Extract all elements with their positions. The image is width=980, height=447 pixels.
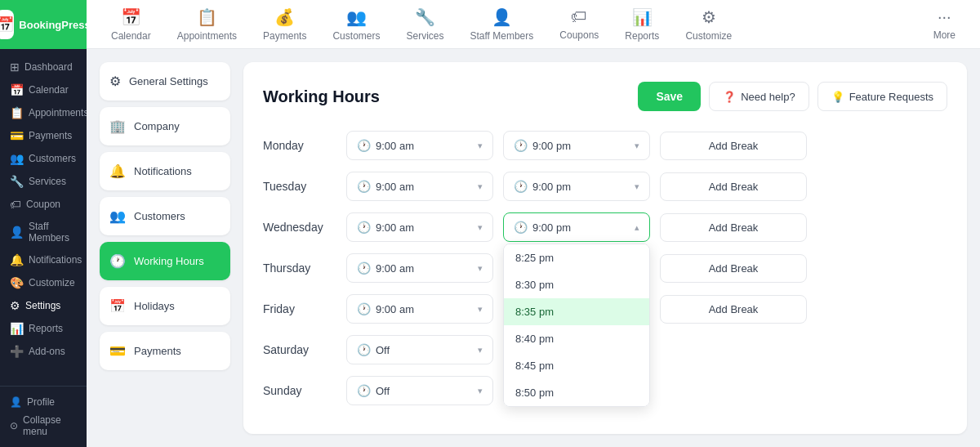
sidebar-collapse-item[interactable]: ⊙ Collapse menu: [10, 411, 77, 440]
start-time-tuesday[interactable]: 🕐9:00 am▾: [346, 172, 493, 201]
sidebar-item-staff-members[interactable]: 👤Staff Members: [0, 216, 87, 248]
dropdown-item-8:25pm[interactable]: 8:25 pm: [504, 244, 649, 271]
need-help-button[interactable]: ❓ Need help?: [709, 82, 809, 111]
settings-panel-item-notifications[interactable]: 🔔Notifications: [100, 152, 230, 190]
start-time-saturday[interactable]: 🕐Off▾: [346, 335, 493, 364]
payments-topnav-icon: 💰: [274, 7, 295, 27]
topnav-item-label: Calendar: [111, 30, 151, 42]
clock-icon: 🕐: [357, 139, 371, 152]
sidebar-item-add-ons[interactable]: ➕Add-ons: [0, 340, 87, 363]
topnav-item-coupons[interactable]: 🏷Coupons: [548, 1, 610, 47]
topnav-item-label: Appointments: [177, 30, 237, 42]
settings-panel-item-customers[interactable]: 👥Customers: [100, 197, 230, 235]
settings-panel: ⚙General Settings🏢Company🔔Notifications👥…: [100, 62, 230, 434]
settings-panel-item-general-settings[interactable]: ⚙General Settings: [100, 62, 230, 101]
topnav-item-appointments[interactable]: 📋Appointments: [166, 1, 248, 48]
dropdown-item-8:30pm[interactable]: 8:30 pm: [504, 271, 649, 298]
feature-requests-button[interactable]: 💡 Feature Requests: [817, 82, 947, 111]
add-break-friday[interactable]: Add Break: [660, 295, 807, 324]
day-label-tuesday: Tuesday: [263, 180, 336, 193]
add-break-wednesday[interactable]: Add Break: [660, 213, 807, 242]
dropdown-item-8:55pm[interactable]: 8:55 pm: [504, 406, 649, 407]
profile-label: Profile: [27, 396, 55, 408]
company-panel-icon: 🏢: [109, 118, 126, 134]
topnav-item-more[interactable]: ···More: [922, 1, 967, 47]
clock-icon: 🕐: [357, 384, 371, 397]
customers-icon: 👥: [10, 152, 24, 165]
working-hours-content: Working Hours Save ❓ Need help? 💡 Featur…: [243, 62, 967, 434]
sidebar-item-label: Calendar: [29, 84, 69, 96]
settings-panel-item-company[interactable]: 🏢Company: [100, 107, 230, 145]
add-break-tuesday[interactable]: Add Break: [660, 172, 807, 201]
feature-label: Feature Requests: [849, 91, 933, 103]
working-hours-panel-icon: 🕐: [109, 253, 126, 269]
settings-panel-label: General Settings: [129, 75, 208, 87]
sidebar-item-dashboard[interactable]: ⊞Dashboard: [0, 56, 87, 78]
end-time-value: 9:00 pm: [532, 221, 571, 234]
sidebar-item-coupon[interactable]: 🏷Coupon: [0, 193, 87, 216]
clock-icon: 🕐: [357, 343, 371, 356]
day-label-saturday: Saturday: [263, 343, 336, 356]
sidebar-item-calendar[interactable]: 📅Calendar: [0, 78, 87, 101]
settings-panel-label: Notifications: [134, 165, 192, 177]
start-time-wednesday[interactable]: 🕐9:00 am▾: [346, 212, 493, 242]
topnav-item-customers[interactable]: 👥Customers: [321, 1, 391, 48]
end-time-wrapper-tuesday: 🕐9:00 pm▾: [503, 172, 650, 201]
topnav-item-services[interactable]: 🔧Services: [394, 1, 455, 48]
settings-panel-label: Working Hours: [134, 255, 204, 267]
settings-panel-item-payments[interactable]: 💳Payments: [100, 332, 230, 370]
clock-icon: 🕐: [357, 221, 371, 234]
sidebar-item-reports[interactable]: 📊Reports: [0, 317, 87, 340]
calendar-topnav-icon: 📅: [121, 7, 141, 27]
start-time-value: 9:00 am: [376, 181, 414, 193]
sidebar-item-payments[interactable]: 💳Payments: [0, 124, 87, 147]
coupons-topnav-icon: 🏷: [571, 7, 587, 26]
sidebar-logo[interactable]: 📅 BookingPress: [0, 0, 87, 49]
topnav-item-reports[interactable]: 📊Reports: [613, 1, 670, 48]
sidebar-item-label: Reports: [29, 323, 63, 334]
sidebar-item-label: Settings: [25, 300, 60, 311]
settings-panel-item-holidays[interactable]: 📅Holidays: [100, 287, 230, 325]
days-container: Monday🕐9:00 am▾🕐9:00 pm▾Add BreakTuesday…: [263, 131, 947, 405]
settings-panel-label: Payments: [134, 345, 181, 357]
start-time-friday[interactable]: 🕐9:00 am▾: [346, 294, 493, 324]
dropdown-item-8:45pm[interactable]: 8:45 pm: [504, 352, 649, 379]
settings-panel-item-working-hours[interactable]: 🕐Working Hours: [100, 242, 230, 280]
sidebar-item-customize[interactable]: 🎨Customize: [0, 271, 87, 294]
topnav-item-calendar[interactable]: 📅Calendar: [100, 1, 163, 48]
topnav-item-customize[interactable]: ⚙Customize: [674, 1, 743, 48]
start-time-sunday[interactable]: 🕐Off▾: [346, 376, 493, 405]
sidebar-profile-item[interactable]: 👤 Profile: [10, 393, 77, 411]
topnav-item-payments[interactable]: 💰Payments: [252, 1, 318, 48]
collapse-icon: ⊙: [10, 420, 18, 431]
settings-panel-label: Customers: [134, 210, 185, 222]
sidebar-item-notifications[interactable]: 🔔Notifications: [0, 248, 87, 271]
time-dropdown-wednesday[interactable]: 8:25 pm8:30 pm8:35 pm8:40 pm8:45 pm8:50 …: [503, 244, 650, 407]
dropdown-item-8:35pm[interactable]: 8:35 pm: [504, 298, 649, 325]
services-topnav-icon: 🔧: [415, 7, 435, 27]
topnav-item-label: Staff Members: [470, 30, 533, 42]
header-actions: Save ❓ Need help? 💡 Feature Requests: [638, 82, 947, 111]
sidebar-item-appointments[interactable]: 📋Appointments: [0, 101, 87, 124]
end-time-tuesday[interactable]: 🕐9:00 pm▾: [503, 172, 650, 201]
start-time-thursday[interactable]: 🕐9:00 am▾: [346, 253, 493, 283]
dropdown-item-8:50pm[interactable]: 8:50 pm: [504, 379, 649, 406]
day-label-sunday: Sunday: [263, 384, 336, 397]
collapse-label: Collapse menu: [23, 414, 77, 437]
topnav-item-label: Coupons: [559, 29, 599, 41]
add-break-monday[interactable]: Add Break: [660, 132, 807, 160]
start-time-monday[interactable]: 🕐9:00 am▾: [346, 131, 493, 160]
add-break-thursday[interactable]: Add Break: [660, 254, 807, 283]
sidebar-item-settings[interactable]: ⚙Settings: [0, 294, 87, 317]
end-time-monday[interactable]: 🕐9:00 pm▾: [503, 131, 650, 160]
chevron-down-icon: ▾: [478, 345, 483, 355]
start-time-value: 9:00 am: [376, 303, 414, 315]
end-time-wednesday[interactable]: 🕐9:00 pm▴: [503, 212, 650, 242]
sidebar-item-customers[interactable]: 👥Customers: [0, 147, 87, 170]
sidebar-item-services[interactable]: 🔧Services: [0, 170, 87, 193]
save-button[interactable]: Save: [638, 82, 701, 111]
sidebar-item-label: Coupon: [26, 199, 60, 210]
topnav-item-staff-members[interactable]: 👤Staff Members: [458, 1, 545, 48]
dropdown-item-8:40pm[interactable]: 8:40 pm: [504, 325, 649, 352]
topnav-item-label: Customize: [685, 30, 732, 42]
